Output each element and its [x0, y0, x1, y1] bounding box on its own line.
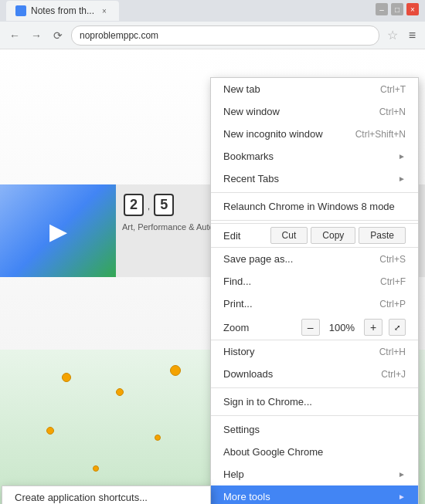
zoom-controls: – 100% + ⤢: [301, 319, 406, 336]
tab-favicon: [15, 5, 26, 16]
menu-item-relaunch[interactable]: Relaunch Chrome in Windows 8 mode: [211, 195, 418, 218]
browser-tab[interactable]: Notes from th... ×: [6, 1, 119, 21]
page-content: OBLEM ocal professionals Covering PROVID…: [0, 49, 425, 504]
number-badge-1: 2: [124, 194, 144, 216]
menu-divider-3: [211, 387, 418, 388]
zoom-label: Zoom: [223, 322, 301, 333]
menu-item-signin[interactable]: Sign in to Chrome...: [211, 391, 418, 413]
menu-divider-4: [211, 415, 418, 416]
submenu-item-create-shortcuts[interactable]: Create application shortcuts...: [2, 486, 210, 504]
menu-item-more-tools[interactable]: More tools ► Create application shortcut…: [211, 485, 418, 504]
browser-menu-icon[interactable]: ≡: [406, 29, 419, 42]
menu-item-save[interactable]: Save page as... Ctrl+S: [211, 248, 418, 270]
menu-item-about[interactable]: About Google Chrome: [211, 441, 418, 463]
url-bar[interactable]: noproblemppc.com: [71, 25, 379, 46]
title-bar: Notes from th... × – □ ×: [0, 0, 425, 22]
back-button[interactable]: ←: [6, 27, 23, 44]
menu-item-help[interactable]: Help ►: [211, 463, 418, 485]
map-dot: [116, 388, 124, 396]
zoom-row: Zoom – 100% + ⤢: [211, 315, 418, 340]
browser-menu[interactable]: New tab Ctrl+T New window Ctrl+N New inc…: [210, 77, 419, 504]
menu-item-new-window[interactable]: New window Ctrl+N: [211, 100, 418, 123]
reload-button[interactable]: ⟳: [49, 27, 66, 44]
tab-title: Notes from th...: [31, 5, 94, 16]
close-button[interactable]: ×: [406, 3, 419, 15]
minimize-button[interactable]: –: [376, 3, 388, 15]
copy-button[interactable]: Copy: [311, 227, 355, 244]
edit-row: Edit Cut Copy Paste: [211, 223, 418, 248]
cut-button[interactable]: Cut: [270, 227, 308, 244]
bookmark-star-icon[interactable]: ☆: [384, 28, 401, 42]
map-dot: [170, 365, 181, 376]
zoom-in-button[interactable]: +: [364, 319, 382, 336]
menu-item-bookmarks[interactable]: Bookmarks ►: [211, 145, 418, 167]
map-dot: [62, 373, 71, 382]
menu-item-recent-tabs[interactable]: Recent Tabs ►: [211, 167, 418, 190]
number-badge-2: 5: [154, 194, 174, 216]
edit-label: Edit: [223, 230, 267, 242]
menu-item-history[interactable]: History Ctrl+H: [211, 340, 418, 363]
url-text: noproblemppc.com: [80, 30, 158, 41]
menu-divider-2: [211, 220, 418, 221]
map-dot: [93, 465, 99, 472]
thumbnail-image: ▶: [0, 184, 116, 277]
menu-item-new-incognito[interactable]: New incognito window Ctrl+Shift+N: [211, 123, 418, 145]
more-tools-submenu[interactable]: Create application shortcuts... Extensio…: [2, 485, 211, 504]
forward-button[interactable]: →: [28, 27, 45, 44]
menu-item-downloads[interactable]: Downloads Ctrl+J: [211, 363, 418, 385]
paste-button[interactable]: Paste: [359, 227, 406, 244]
zoom-out-button[interactable]: –: [301, 319, 320, 336]
fullscreen-button[interactable]: ⤢: [389, 319, 406, 336]
maximize-button[interactable]: □: [391, 3, 403, 15]
menu-item-find[interactable]: Find... Ctrl+F: [211, 270, 418, 293]
window-controls: – □ ×: [376, 3, 419, 15]
address-bar: ← → ⟳ noproblemppc.com ☆ ≡: [0, 22, 425, 49]
menu-item-settings[interactable]: Settings: [211, 418, 418, 441]
menu-divider-1: [211, 192, 418, 193]
menu-item-print[interactable]: Print... Ctrl+P: [211, 293, 418, 315]
menu-item-new-tab[interactable]: New tab Ctrl+T: [211, 78, 418, 100]
zoom-value: 100%: [323, 322, 361, 333]
map-dot: [46, 427, 54, 435]
map-dot: [155, 435, 161, 441]
tab-close-button[interactable]: ×: [99, 5, 110, 16]
browser-window: Notes from th... × – □ × ← → ⟳ noproblem…: [0, 0, 425, 504]
